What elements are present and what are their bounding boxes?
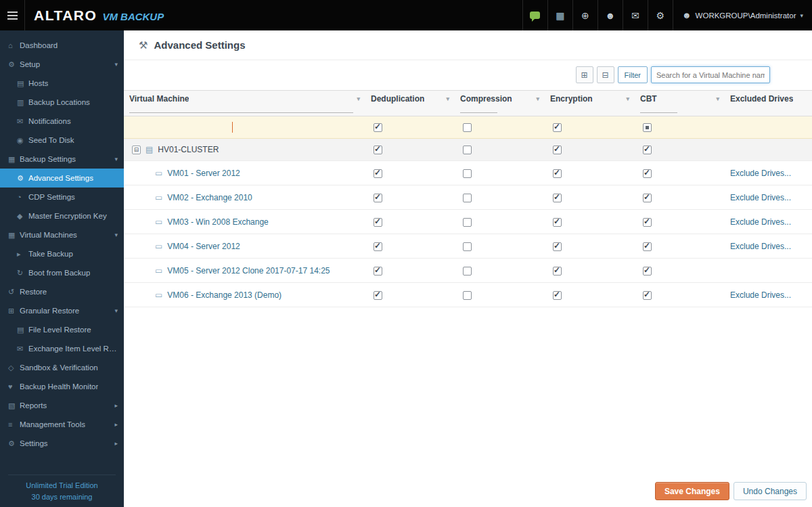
compression-checkbox[interactable] — [463, 218, 472, 227]
dedup-checkbox-all[interactable] — [374, 123, 382, 132]
dedup-checkbox[interactable] — [374, 267, 382, 275]
settings-icon-button[interactable]: ⚙ — [648, 0, 673, 30]
sidebar-item-exchange-item-level-restore[interactable]: ✉Exchange Item Level Restore — [0, 339, 124, 358]
sidebar-item-setup[interactable]: ⚙Setup▾ — [0, 55, 124, 74]
edition-link[interactable]: Unlimited Trial Edition — [8, 480, 116, 491]
cbt-checkbox[interactable] — [643, 291, 652, 300]
column-filter-input[interactable] — [129, 105, 353, 113]
encryption-checkbox[interactable] — [553, 267, 562, 275]
cbt-checkbox[interactable] — [643, 146, 652, 154]
dedup-checkbox[interactable] — [374, 242, 382, 251]
live-chat-icon-button[interactable] — [522, 0, 547, 30]
sidebar-item-label: Hosts — [28, 79, 48, 87]
sidebar-item-dashboard[interactable]: ⌂Dashboard — [0, 36, 124, 55]
collapse-icon[interactable]: ⊟ — [132, 146, 141, 154]
cbt-checkbox-all[interactable] — [643, 123, 652, 132]
host-group-row[interactable]: ⊟▤HV01-CLUSTER — [124, 139, 812, 161]
sidebar-item-reports[interactable]: ▧Reports▸ — [0, 396, 124, 415]
sidebar-item-backup-settings[interactable]: ▦Backup Settings▾ — [0, 150, 124, 169]
dedup-checkbox[interactable] — [374, 291, 382, 300]
column-filter-input[interactable] — [460, 105, 497, 113]
web-console-icon-button[interactable]: ⊕ — [572, 0, 597, 30]
encryption-checkbox[interactable] — [553, 242, 562, 251]
sidebar-item-backup-health-monitor[interactable]: ♥Backup Health Monitor — [0, 377, 124, 396]
compression-checkbox-all[interactable] — [463, 123, 472, 132]
sidebar-item-notifications[interactable]: ✉Notifications — [0, 112, 124, 131]
cbt-checkbox[interactable] — [643, 267, 652, 275]
compression-checkbox[interactable] — [463, 194, 472, 202]
sidebar-item-virtual-machines[interactable]: ▦Virtual Machines▾ — [0, 225, 124, 244]
user-menu-button[interactable]: ☻ WORKGROUP\Administrator ▾ — [673, 0, 812, 30]
cbt-checkbox[interactable] — [643, 242, 652, 251]
sidebar-item-restore[interactable]: ↺Restore — [0, 282, 124, 301]
exclude-drives-link[interactable]: Exclude Drives... — [730, 242, 791, 251]
vm-row[interactable]: ▭VM03 - Win 2008 ExchangeExclude Drives.… — [124, 210, 812, 234]
sidebar-item-label: Setup — [20, 60, 40, 68]
sidebar-item-master-encryption-key[interactable]: ◆Master Encryption Key — [0, 206, 124, 225]
undo-changes-button[interactable]: Undo Changes — [734, 482, 807, 500]
encryption-checkbox[interactable] — [553, 218, 562, 227]
exclude-drives-link[interactable]: Exclude Drives... — [730, 290, 791, 300]
encryption-checkbox-all[interactable] — [553, 123, 562, 132]
cbt-checkbox[interactable] — [643, 194, 652, 202]
sidebar-item-advanced-settings[interactable]: ⚙Advanced Settings — [0, 169, 124, 188]
sidebar-item-seed-to-disk[interactable]: ◉Seed To Disk — [0, 131, 124, 150]
menu-icon[interactable] — [0, 0, 25, 30]
app-logo: ALTARO VM BACKUP — [25, 7, 164, 24]
vm-row[interactable]: ▭VM06 - Exchange 2013 (Demo)Exclude Driv… — [124, 283, 812, 307]
column-header-virtual-machine[interactable]: Virtual Machine▾ — [124, 91, 365, 116]
sidebar-item-granular-restore[interactable]: ⊞Granular Restore▾ — [0, 301, 124, 320]
save-changes-button[interactable]: Save Changes — [655, 482, 729, 500]
vm-row[interactable]: ▭VM02 - Exchange 2010Exclude Drives... — [124, 185, 812, 210]
sidebar-item-backup-locations[interactable]: ▥Backup Locations — [0, 93, 124, 112]
topbar-right: ▦⊕☻✉⚙ ☻ WORKGROUP\Administrator ▾ — [522, 0, 812, 30]
filter-button[interactable]: Filter — [618, 66, 648, 83]
sidebar-item-sandbox-verification[interactable]: ◇Sandbox & Verification — [0, 358, 124, 377]
cbt-checkbox[interactable] — [643, 169, 652, 178]
column-header-cbt[interactable]: CBT▾ — [635, 91, 725, 116]
vm-row[interactable]: ▭VM05 - Server 2012 Clone 2017-07-17 14:… — [124, 259, 812, 283]
sidebar-item-hosts[interactable]: ▤Hosts — [0, 74, 124, 93]
encryption-checkbox[interactable] — [553, 291, 562, 300]
collapse-all-button[interactable]: ⊟ — [597, 66, 614, 83]
compression-checkbox[interactable] — [463, 291, 472, 300]
dedup-checkbox[interactable] — [374, 194, 382, 202]
encryption-checkbox[interactable] — [553, 146, 562, 154]
vm-row[interactable]: ▭VM01 - Server 2012Exclude Drives... — [124, 161, 812, 185]
dedup-checkbox[interactable] — [374, 218, 382, 227]
sidebar-item-boot-from-backup[interactable]: ↻Boot from Backup — [0, 263, 124, 282]
exclude-drives-link[interactable]: Exclude Drives... — [730, 169, 791, 178]
account-icon-button[interactable]: ☻ — [597, 0, 623, 30]
vm-search-input[interactable] — [651, 66, 770, 83]
trial-days-link[interactable]: 30 days remaining — [8, 491, 116, 503]
encryption-checkbox[interactable] — [553, 194, 562, 202]
column-filter-input[interactable] — [640, 105, 677, 113]
announcements-icon-button[interactable]: ✉ — [623, 0, 648, 30]
sidebar-item-take-backup[interactable]: ▸Take Backup — [0, 244, 124, 263]
exclude-drives-link[interactable]: Exclude Drives... — [730, 193, 791, 202]
compression-checkbox[interactable] — [463, 242, 472, 251]
compression-checkbox[interactable] — [463, 146, 472, 154]
column-header-deduplication[interactable]: Deduplication▾ — [365, 91, 455, 116]
vm-row[interactable]: ▭VM04 - Server 2012Exclude Drives... — [124, 234, 812, 259]
sidebar-item-cdp-settings[interactable]: ◔CDP Settings — [0, 188, 124, 206]
compression-checkbox[interactable] — [463, 169, 472, 178]
table-body: ⊟▤HV01-CLUSTER▭VM01 - Server 2012Exclude… — [124, 116, 812, 307]
user-label: WORKGROUP\Administrator — [696, 12, 796, 20]
encryption-checkbox[interactable] — [553, 169, 562, 178]
dedup-checkbox[interactable] — [374, 169, 382, 178]
sidebar-item-management-tools[interactable]: ≡Management Tools▸ — [0, 415, 124, 434]
expand-all-button[interactable]: ⊞ — [576, 66, 593, 83]
column-header-excluded-drives[interactable]: Excluded Drives — [725, 91, 812, 116]
compression-checkbox[interactable] — [463, 267, 472, 275]
dedup-checkbox[interactable] — [374, 146, 382, 154]
sidebar-item-file-level-restore[interactable]: ▤File Level Restore — [0, 320, 124, 339]
subscription-icon-button[interactable]: ▦ — [547, 0, 572, 30]
column-header-compression[interactable]: Compression▾ — [455, 91, 545, 116]
master-vm-filter-input[interactable] — [129, 120, 312, 134]
sidebar-item-settings[interactable]: ⚙Settings▸ — [0, 434, 124, 453]
column-header-encryption[interactable]: Encryption▾ — [545, 91, 635, 116]
exclude-drives-link[interactable]: Exclude Drives... — [730, 217, 791, 227]
exchange-restore-icon: ✉ — [17, 345, 28, 353]
cbt-checkbox[interactable] — [643, 218, 652, 227]
